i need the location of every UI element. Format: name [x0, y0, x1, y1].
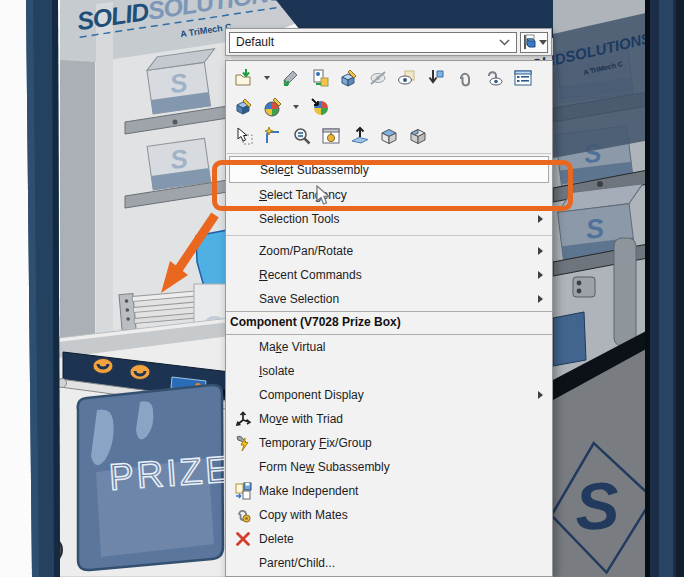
- hide-components-icon[interactable]: [367, 67, 388, 89]
- submenu-arrow-icon: [538, 271, 543, 279]
- menu-item-select-subassembly[interactable]: Select Subassembly: [229, 156, 549, 183]
- menu-item-make-independent[interactable]: Make Independent: [226, 479, 552, 503]
- menu-item-selection-tools[interactable]: Selection Tools: [226, 207, 552, 231]
- svg-text:S: S: [584, 213, 606, 245]
- context-menu-list: Select Subassembly Select Tangency Selec…: [226, 156, 552, 575]
- open-subassembly-icon[interactable]: [233, 67, 254, 89]
- prize-window: PRIZE: [78, 385, 235, 570]
- context-toolbar-row-2: [233, 94, 552, 119]
- appearances-icon[interactable]: [262, 96, 283, 118]
- menu-item-zoom-pan-rotate[interactable]: Zoom/Pan/Rotate: [226, 239, 552, 263]
- configuration-value: Default: [236, 35, 274, 49]
- submenu-arrow-icon: [538, 247, 543, 255]
- make-independent-icon: [226, 482, 259, 500]
- preview-window-icon[interactable]: [320, 125, 341, 147]
- reload-components-icon[interactable]: [280, 67, 301, 89]
- move-with-triad-icon: [226, 410, 259, 428]
- mate-icon[interactable]: [454, 67, 475, 89]
- edit-feature-icon[interactable]: [338, 67, 359, 89]
- submenu-arrow-icon: [538, 215, 543, 223]
- menu-item-recent-commands[interactable]: Recent Commands: [226, 263, 552, 287]
- custom-selection-icon[interactable]: [262, 125, 283, 147]
- submenu-arrow-icon: [538, 391, 543, 399]
- suppress-icon[interactable]: [425, 67, 446, 89]
- replace-components-icon[interactable]: [309, 67, 330, 89]
- edit-part-icon[interactable]: [233, 96, 254, 118]
- context-menu: Select Subassembly Select Tangency Selec…: [225, 60, 553, 577]
- display-state-flag-icon: [522, 34, 538, 50]
- menu-item-temporary-fix-group[interactable]: Temporary Fix/Group: [226, 431, 552, 455]
- chevron-down-icon[interactable]: [291, 105, 301, 109]
- menu-item-make-virtual[interactable]: Make Virtual: [226, 335, 552, 359]
- delete-icon: [226, 530, 259, 548]
- float-component-icon[interactable]: [349, 125, 370, 147]
- menu-separator: [226, 231, 552, 239]
- chevron-down-icon[interactable]: [262, 76, 272, 80]
- select-other-icon[interactable]: [233, 125, 254, 147]
- display-state-button[interactable]: [520, 32, 548, 53]
- menu-item-copy-with-mates[interactable]: Copy with Mates: [226, 503, 552, 527]
- menu-item-isolate[interactable]: Isolate: [226, 359, 552, 383]
- svg-text:S: S: [573, 468, 621, 544]
- view-cube-corner-icon[interactable]: [407, 125, 428, 147]
- context-toolbar-row-3: [233, 123, 552, 148]
- menu-item-delete[interactable]: Delete: [226, 527, 552, 551]
- toolbar-menu-divider: [227, 153, 551, 154]
- copy-with-mates-icon: [226, 506, 259, 524]
- chevron-down-icon: [539, 40, 547, 45]
- view-cube-top-icon[interactable]: [378, 125, 399, 147]
- prize-text: PRIZE: [108, 448, 235, 498]
- configuration-bar: Default: [225, 28, 552, 56]
- context-toolbar-row-1: [233, 65, 552, 90]
- chevron-down-icon: [499, 39, 510, 46]
- menu-item-save-selection[interactable]: Save Selection: [226, 287, 552, 311]
- submenu-arrow-icon: [538, 295, 543, 303]
- show-hidden-components-icon[interactable]: [396, 67, 417, 89]
- menu-item-form-new-subassembly[interactable]: Form New Subassembly: [226, 455, 552, 479]
- view-mates-icon[interactable]: [483, 67, 504, 89]
- solidworks-viewport: { "colors": { "annotation_orange": "#E96…: [0, 0, 684, 577]
- menu-section-header-component: Component (V7028 Prize Box): [226, 311, 552, 335]
- menu-item-component-display[interactable]: Component Display: [226, 383, 552, 407]
- component-properties-icon[interactable]: [512, 67, 533, 89]
- menu-item-move-with-triad[interactable]: Move with Triad: [226, 407, 552, 431]
- copy-appearance-icon[interactable]: [309, 96, 330, 118]
- temporary-fix-group-icon: [226, 434, 259, 452]
- menu-item-select-tangency[interactable]: Select Tangency: [226, 183, 552, 207]
- configuration-combobox[interactable]: Default: [229, 32, 517, 53]
- menu-item-parent-child[interactable]: Parent/Child...: [226, 551, 552, 575]
- magnified-selection-icon[interactable]: [291, 125, 312, 147]
